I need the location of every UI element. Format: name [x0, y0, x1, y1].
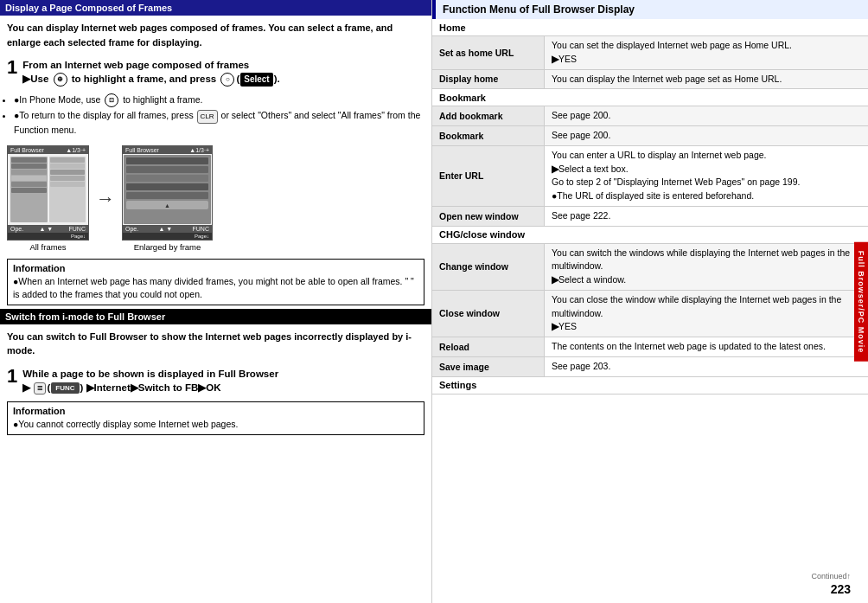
- function-table: HomeSet as home URLYou can set the displ…: [432, 19, 868, 603]
- step1-block: 1 From an Internet web page composed of …: [0, 55, 431, 90]
- ft-section-header: Bookmark: [432, 89, 868, 106]
- ft-section-label: Enter URL: [432, 146, 545, 206]
- ft-sub-row: BookmarkSee page 200.: [432, 126, 868, 146]
- section2-header: Switch from i-mode to Full Browser: [0, 309, 431, 324]
- select-badge: Select: [240, 73, 272, 87]
- step1-content: From an Internet web page composed of fr…: [22, 58, 424, 87]
- section1-header: Display a Page Composed of Frames: [0, 0, 431, 16]
- ft-label: Settings: [432, 377, 868, 393]
- ft-section-header: CHG/close window: [432, 227, 868, 244]
- phone1-footer2: Page↓: [8, 233, 88, 240]
- ft-label: Bookmark: [432, 90, 868, 106]
- ft-section-with-desc: ReloadThe contents on the Internet web p…: [432, 337, 868, 357]
- ft-sub-desc: You can set the displayed Internet web p…: [545, 36, 868, 69]
- ft-sub-label: Add bookmark: [432, 106, 545, 125]
- ft-section-with-desc: Enter URLYou can enter a URL to display …: [432, 146, 868, 207]
- ft-sub-desc: See page 200.: [545, 106, 868, 125]
- vertical-tab: Full Browser/PC Movie: [854, 241, 868, 362]
- step1-number: 1: [7, 58, 17, 77]
- ft-label: CHG/close window: [432, 227, 868, 242]
- phone1-screen: Full Browser▲1/3·+: [7, 145, 89, 241]
- phone2-footer: Ope.▲ ▼FUNC: [123, 225, 212, 233]
- arrow-right: →: [96, 188, 115, 210]
- ft-sub-row: Set as home URLYou can set the displayed…: [432, 36, 868, 70]
- ft-sub-label: Display home: [432, 70, 545, 89]
- phone1-body: [8, 154, 88, 225]
- info2-header: Information: [13, 406, 418, 416]
- step2-content: While a page to be shown is displayed in…: [22, 367, 424, 395]
- ft-section-desc: See page 222.: [545, 207, 868, 226]
- ft-section-with-desc: Save imageSee page 203.: [432, 357, 868, 377]
- bullet2: ●To return to the display for all frames…: [14, 109, 424, 137]
- press-icon: ○: [220, 73, 234, 87]
- ft-sub-row: Display homeYou can display the Internet…: [432, 70, 868, 90]
- step1-subtitle: ▶Use ⊕ to highlight a frame, and press ○…: [22, 72, 424, 87]
- right-panel-header: Function Menu of Full Browser Display: [432, 0, 868, 19]
- ft-section-desc: You can enter a URL to display an Intern…: [545, 146, 868, 206]
- nav-icon: ⊕: [54, 73, 67, 87]
- ft-sub-label: Bookmark: [432, 126, 545, 145]
- phone-mode-icon: ⊡: [105, 93, 118, 107]
- step2-number: 1: [7, 367, 17, 386]
- ft-section-label: Reload: [432, 337, 545, 356]
- phone2-footer2: Page↓: [123, 233, 212, 240]
- ft-section-header: Settings: [432, 377, 868, 395]
- info1-header: Information: [13, 263, 418, 273]
- left-panel: Display a Page Composed of Frames You ca…: [0, 0, 432, 603]
- section1-intro: You can display Internet web pages compo…: [0, 16, 431, 55]
- ft-sub-label: Change window: [432, 244, 545, 290]
- clr-key: CLR: [197, 110, 218, 124]
- phone1-header: Full Browser▲1/3·+: [8, 146, 88, 154]
- ft-label: Home: [432, 20, 868, 35]
- phone2-label: Enlarged by frame: [134, 242, 201, 252]
- step2-subtitle: ▶ ☰(FUNC) ▶Internet▶Switch to FB▶OK: [22, 381, 424, 395]
- section2-intro: You can switch to Full Browser to show t…: [0, 324, 431, 363]
- ft-section-label: Open new window: [432, 207, 545, 226]
- ft-sub-desc: See page 200.: [545, 126, 868, 145]
- ft-sub-desc: You can switch the windows while display…: [545, 244, 868, 290]
- step1-subtitle-pre: ▶Use: [22, 74, 48, 84]
- ft-sub-row: Add bookmarkSee page 200.: [432, 106, 868, 126]
- page-number: 223: [831, 582, 851, 596]
- step2-title: While a page to be shown is displayed in…: [22, 367, 424, 381]
- continued-text: Continued↑: [811, 572, 851, 581]
- phone2-header: Full Browser▲1/3·+: [123, 146, 212, 154]
- ft-sub-label: Set as home URL: [432, 36, 545, 69]
- phone2-body: ▲: [123, 154, 212, 225]
- ft-section-label: Save image: [432, 357, 545, 376]
- func-key: FUNC: [51, 382, 79, 394]
- step2-block: 1 While a page to be shown is displayed …: [0, 363, 431, 398]
- phone1-label: All frames: [29, 242, 66, 252]
- phone1-footer: Ope.▲ ▼FUNC: [8, 225, 88, 233]
- info1-text: ●When an Internet web page has many divi…: [13, 275, 418, 300]
- ft-sub-row: Close windowYou can close the window whi…: [432, 291, 868, 337]
- step1-subtitle-post: to highlight a frame, and press: [72, 74, 216, 84]
- ft-section-desc: The contents on the Internet web page is…: [545, 337, 868, 356]
- info2-text: ●You cannot correctly display some Inter…: [13, 418, 418, 431]
- menu-key: ☰: [34, 382, 46, 395]
- right-panel: Function Menu of Full Browser Display Ho…: [432, 0, 868, 603]
- ft-sub-label: Close window: [432, 291, 545, 337]
- phone1-wrap: Full Browser▲1/3·+: [7, 145, 89, 252]
- info-box-2: Information ●You cannot correctly displa…: [7, 401, 424, 435]
- ft-section-with-desc: Open new windowSee page 222.: [432, 207, 868, 227]
- step1-bullets: ●In Phone Mode, use ⊡ to highlight a fra…: [0, 90, 431, 142]
- step1-title: From an Internet web page composed of fr…: [22, 58, 424, 72]
- phone2-screen: Full Browser▲1/3·+ ▲ Ope.▲ ▼FUNC: [122, 145, 213, 241]
- ft-section-desc: See page 203.: [545, 357, 868, 376]
- info-box-1: Information ●When an Internet web page h…: [7, 259, 424, 305]
- bullet1: ●In Phone Mode, use ⊡ to highlight a fra…: [14, 93, 424, 107]
- phone-images-row: Full Browser▲1/3·+: [0, 142, 431, 255]
- ft-sub-row: Change windowYou can switch the windows …: [432, 244, 868, 291]
- ft-sub-desc: You can close the window while displayin…: [545, 291, 868, 337]
- ft-sub-desc: You can display the Internet web page se…: [545, 70, 868, 89]
- phone2-wrap: Full Browser▲1/3·+ ▲ Ope.▲ ▼FUNC: [122, 145, 213, 252]
- ft-section-header: Home: [432, 19, 868, 36]
